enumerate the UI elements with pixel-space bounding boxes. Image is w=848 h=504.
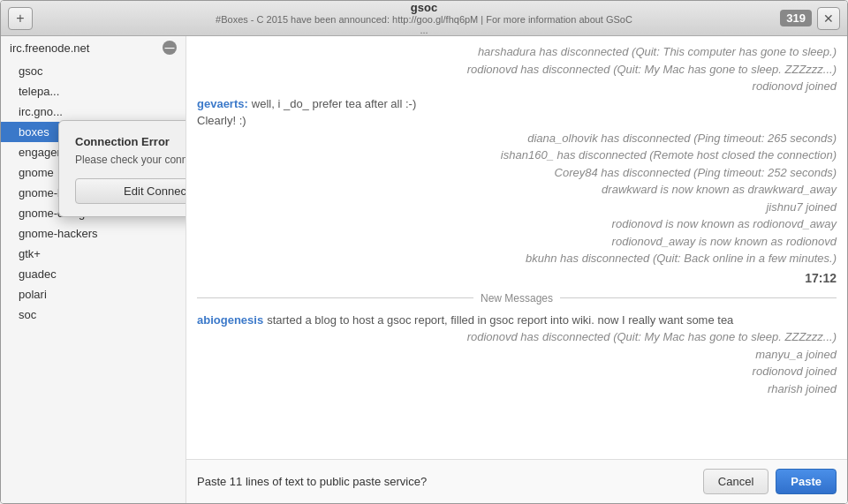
server-item[interactable]: irc.freenode.net — <box>1 36 186 59</box>
system-message: rodionovd is now known as rodionovd_away <box>197 215 837 233</box>
system-message: Corey84 has disconnected (Ping timeout: … <box>197 164 837 182</box>
main-content: irc.freenode.net — gsoctelepa...irc.gno.… <box>1 36 847 503</box>
connection-error-popup: Connection Error Please check your conne… <box>58 120 186 217</box>
chat-message: gevaerts:well, i _do_ prefer tea after a… <box>197 95 837 113</box>
chat-message: abiogenesisstarted a blog to host a gsoc… <box>197 312 837 329</box>
paste-button[interactable]: Paste <box>776 469 837 494</box>
title-bar-left: + <box>8 7 33 30</box>
channel-item-gnome-hackers[interactable]: gnome-hackers <box>1 223 186 244</box>
server-name: irc.freenode.net <box>10 41 89 55</box>
channel-item-soc[interactable]: soc <box>1 305 186 325</box>
popup-box: Connection Error Please check your conne… <box>58 120 186 217</box>
system-message: ishan160_ has disconnected (Remote host … <box>197 147 837 164</box>
chat-area: harshadura has disconnected (Quit: This … <box>186 36 847 503</box>
chat-messages: harshadura has disconnected (Quit: This … <box>186 36 847 459</box>
sidebar: irc.freenode.net — gsoctelepa...irc.gno.… <box>1 36 186 503</box>
system-message: rodionovd joined <box>197 78 837 95</box>
system-message: rodionovd joined <box>197 363 837 380</box>
chat-message: Clearly! :) <box>197 112 837 130</box>
system-message: rodionovd has disconnected (Quit: My Mac… <box>197 61 837 79</box>
system-message: diana_olhovik has disconnected (Ping tim… <box>197 130 837 147</box>
window-subtitle: #Boxes - C 2015 have been announced: htt… <box>213 14 636 35</box>
message-nick: gevaerts: <box>197 97 248 110</box>
new-messages-divider: New Messages <box>197 292 837 305</box>
paste-bar: Paste 11 lines of text to public paste s… <box>186 459 847 503</box>
system-message: rodionovd has disconnected (Quit: My Mac… <box>197 328 837 346</box>
title-bar: + gsoc #Boxes - C 2015 have been announc… <box>1 1 847 36</box>
main-window: + gsoc #Boxes - C 2015 have been announc… <box>0 0 848 504</box>
channel-item-polari[interactable]: polari <box>1 284 186 305</box>
title-bar-right: 319 ✕ <box>780 7 840 30</box>
system-message: rodionovd_away is now known as rodionovd <box>197 233 837 251</box>
edit-connection-button[interactable]: Edit Connection <box>75 178 186 204</box>
disconnect-icon: — <box>163 41 177 55</box>
channel-item-irc.gno...[interactable]: irc.gno... <box>1 102 186 122</box>
system-message: bkuhn has disconnected (Quit: Back onlin… <box>197 250 837 267</box>
add-button[interactable]: + <box>8 7 33 30</box>
timestamp: 17:12 <box>197 271 837 285</box>
system-message: rharish joined <box>197 380 837 398</box>
system-message: manyu_a joined <box>197 346 837 364</box>
paste-bar-text: Paste 11 lines of text to public paste s… <box>197 475 696 488</box>
system-message: drawkward is now known as drawkward_away <box>197 181 837 199</box>
message-count-badge: 319 <box>780 10 812 26</box>
title-bar-center: gsoc #Boxes - C 2015 have been announced… <box>213 1 636 35</box>
window-title: gsoc <box>213 1 636 14</box>
paste-cancel-button[interactable]: Cancel <box>703 469 768 494</box>
channel-item-guadec[interactable]: guadec <box>1 264 186 284</box>
close-button[interactable]: ✕ <box>817 7 840 30</box>
system-message: harshadura has disconnected (Quit: This … <box>197 43 837 61</box>
channel-item-telepa...[interactable]: telepa... <box>1 81 186 102</box>
channel-item-gsoc[interactable]: gsoc <box>1 61 186 81</box>
channel-item-gtk+[interactable]: gtk+ <box>1 244 186 264</box>
message-nick: abiogenesis <box>197 313 263 327</box>
popup-title: Connection Error <box>75 135 186 148</box>
system-message: jishnu7 joined <box>197 199 837 216</box>
popup-message: Please check your connection details. <box>75 154 186 166</box>
